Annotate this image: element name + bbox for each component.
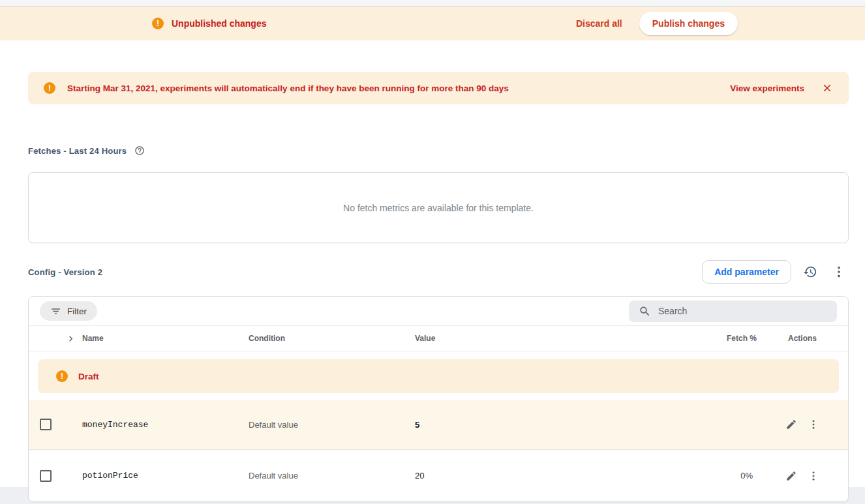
pencil-icon (785, 470, 797, 482)
row-checkbox[interactable] (40, 419, 52, 430)
table-row-potionPrice: potionPrice Default value 20 0% (29, 450, 848, 501)
column-header-value: Value (415, 334, 694, 343)
publish-changes-button[interactable]: Publish changes (639, 12, 738, 35)
column-header-actions: Actions (757, 334, 848, 343)
filter-icon (50, 306, 61, 317)
filter-chip[interactable]: Filter (40, 301, 97, 321)
edit-parameter-button[interactable] (783, 416, 800, 433)
draft-label: Draft (78, 372, 99, 381)
fetch-metrics-empty-message: No fetch metrics are available for this … (343, 203, 534, 213)
row-overflow-menu-button[interactable] (805, 467, 822, 484)
help-icon (134, 145, 145, 156)
page-content: ! Starting Mar 31, 2021, experiments wil… (0, 40, 865, 487)
parameter-condition: Default value (249, 471, 415, 481)
column-header-condition: Condition (249, 334, 415, 343)
search-icon (639, 305, 651, 318)
config-section-title: Config - Version 2 (28, 267, 102, 277)
warning-icon: ! (56, 370, 68, 382)
parameter-fetch-percent: 0% (694, 471, 757, 481)
history-icon (803, 265, 817, 279)
fetch-metrics-card: No fetch metrics are available for this … (28, 172, 849, 243)
parameter-name: potionPrice (82, 471, 249, 481)
search-box[interactable] (629, 301, 837, 322)
table-row-moneyIncrease: moneyIncrease Default value 5 (29, 400, 848, 450)
config-overflow-menu-button[interactable] (829, 262, 849, 282)
row-overflow-menu-button[interactable] (805, 416, 822, 433)
expand-all-button[interactable] (29, 331, 82, 347)
add-parameter-button[interactable]: Add parameter (702, 260, 791, 284)
column-header-name: Name (82, 334, 249, 343)
chevron-right-icon (65, 333, 76, 344)
row-checkbox[interactable] (40, 470, 52, 482)
parameter-value: 5 (415, 420, 694, 430)
column-header-fetch: Fetch % (694, 334, 757, 343)
table-header-row: Name Condition Value Fetch % Actions (29, 325, 848, 351)
warning-icon: ! (152, 18, 164, 29)
kebab-menu-icon (808, 419, 819, 430)
search-input[interactable] (658, 306, 830, 316)
fetches-help-button[interactable] (132, 143, 147, 158)
unpublished-changes-message: Unpublished changes (172, 18, 266, 29)
parameter-name: moneyIncrease (82, 420, 249, 430)
kebab-menu-icon (808, 470, 819, 482)
parameter-value: 20 (415, 471, 694, 481)
top-strip (0, 0, 865, 7)
parameter-condition: Default value (249, 420, 415, 430)
pencil-icon (785, 419, 797, 430)
version-history-button[interactable] (800, 262, 820, 282)
filter-label: Filter (67, 306, 87, 316)
discard-all-button[interactable]: Discard all (568, 13, 630, 34)
kebab-menu-icon (832, 265, 846, 279)
close-banner-button[interactable] (819, 80, 836, 96)
experiments-notice-message: Starting Mar 31, 2021, experiments will … (67, 83, 509, 93)
unpublished-changes-banner: ! Unpublished changes Discard all Publis… (0, 7, 865, 40)
warning-icon: ! (44, 82, 55, 94)
draft-banner: ! Draft (38, 359, 839, 393)
edit-parameter-button[interactable] (783, 467, 800, 484)
close-icon (821, 82, 833, 94)
parameters-table-card: Filter Name Condition Value Fetch % Acti… (28, 296, 849, 502)
fetches-section-title: Fetches - Last 24 Hours (28, 146, 127, 156)
view-experiments-button[interactable]: View experiments (727, 80, 807, 97)
experiments-notice-banner: ! Starting Mar 31, 2021, experiments wil… (28, 72, 849, 104)
